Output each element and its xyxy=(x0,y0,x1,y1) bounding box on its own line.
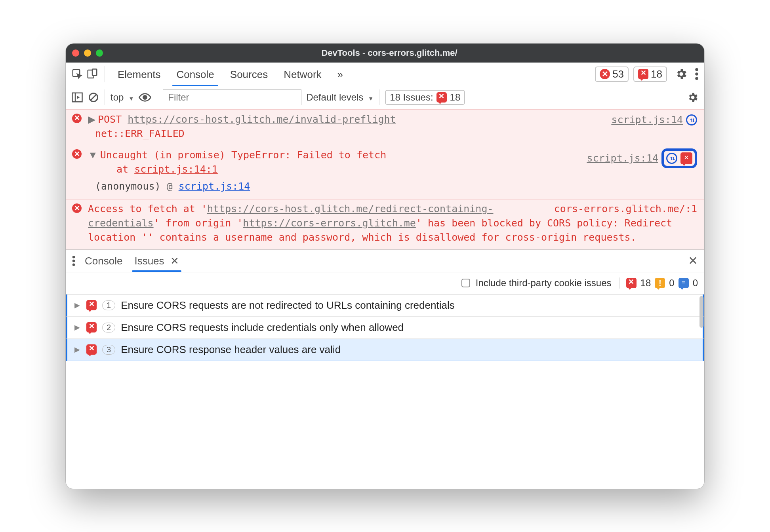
issue-icon xyxy=(436,92,447,103)
stack-link[interactable]: script.js:14:1 xyxy=(134,163,218,175)
source-link[interactable]: script.js:14 xyxy=(611,113,683,127)
issue-icon xyxy=(626,278,637,288)
cors-url-2[interactable]: https://cors-errors.glitch.me xyxy=(243,217,416,229)
issue-row[interactable]: ▶ 3 Ensure CORS response header values a… xyxy=(66,339,704,361)
disclosure-triangle-icon[interactable]: ▶ xyxy=(74,301,81,310)
drawer-tabs: Console Issues ✕ ✕ xyxy=(66,249,704,272)
drawer-tab-issues[interactable]: Issues ✕ xyxy=(132,250,181,271)
console-sidebar-toggle-icon[interactable] xyxy=(71,92,83,103)
filter-input[interactable] xyxy=(163,89,301,105)
request-url-link[interactable]: https://cors-host.glitch.me/invalid-pref… xyxy=(128,114,396,125)
device-toggle-icon[interactable] xyxy=(86,68,98,80)
issue-count-badge: 3 xyxy=(102,345,115,355)
disclosure-triangle-icon[interactable]: ▶ xyxy=(88,114,95,125)
devtools-window: DevTools - cors-errors.glitch.me/ Elemen… xyxy=(66,44,704,489)
issues-pill[interactable]: 18 xyxy=(633,66,667,82)
network-request-icon[interactable] xyxy=(666,153,677,164)
issue-icon xyxy=(638,69,648,79)
tab-elements[interactable]: Elements xyxy=(111,63,167,86)
svg-point-11 xyxy=(72,256,75,258)
cors-text-pre: Access to fetch at ' xyxy=(88,203,207,215)
disclosure-triangle-icon[interactable]: ▶ xyxy=(74,323,81,332)
message-source: script.js:14 xyxy=(611,113,697,127)
errors-count: 53 xyxy=(612,68,624,80)
issues-badge-count: 18 xyxy=(450,92,461,103)
issue-icon xyxy=(86,322,97,332)
error-icon: ✕ xyxy=(72,203,82,213)
source-link[interactable]: script.js:14 xyxy=(587,151,658,165)
svg-point-10 xyxy=(143,95,147,99)
info-icon: ≡ xyxy=(679,278,689,288)
svg-point-12 xyxy=(72,259,75,262)
svg-point-5 xyxy=(695,77,698,80)
issue-count-badge: 1 xyxy=(102,300,115,310)
chevron-down-icon xyxy=(366,92,374,103)
issue-icon xyxy=(86,344,97,355)
scrollbar[interactable] xyxy=(699,296,703,328)
console-settings-gear-icon[interactable] xyxy=(687,91,699,103)
issues-shortcut[interactable]: 18 Issues: 18 xyxy=(385,90,465,105)
tab-network[interactable]: Network xyxy=(277,63,328,86)
console-message-cors-error[interactable]: ✕ cors-errors.glitch.me/:1 Access to fet… xyxy=(66,200,704,249)
console-message-js-error[interactable]: ✕ ▼Uncaught (in promise) TypeError: Fail… xyxy=(66,145,704,200)
console-message-network-error[interactable]: ✕ ▶POST https://cors-host.glitch.me/inva… xyxy=(66,109,704,146)
drawer-more-icon[interactable] xyxy=(72,256,75,266)
context-label: top xyxy=(111,92,124,103)
close-tab-icon[interactable]: ✕ xyxy=(170,255,179,267)
cors-text-mid1: ' from origin ' xyxy=(154,217,243,229)
error-icon: ✕ xyxy=(72,149,82,159)
errors-pill[interactable]: ✕ 53 xyxy=(595,66,629,82)
issue-warnings-count: 0 xyxy=(669,277,674,289)
issue-row[interactable]: ▶ 1 Ensure CORS requests are not redirec… xyxy=(66,294,704,317)
console-messages: ✕ ▶POST https://cors-host.glitch.me/inva… xyxy=(66,109,704,249)
execution-context-selector[interactable]: top xyxy=(111,92,134,103)
drawer-tab-issues-label: Issues xyxy=(134,255,164,267)
source-link[interactable]: cors-errors.glitch.me/:1 xyxy=(554,202,697,216)
more-tabs-button[interactable]: » xyxy=(331,63,349,86)
issue-errors-count: 18 xyxy=(640,277,651,289)
svg-rect-2 xyxy=(92,69,97,76)
log-levels-selector[interactable]: Default levels xyxy=(306,92,374,103)
close-window-button[interactable] xyxy=(72,49,79,57)
issue-count-badge: 2 xyxy=(102,323,115,332)
issues-list: ▶ 1 Ensure CORS requests are not redirec… xyxy=(66,294,704,489)
issue-info-count: 0 xyxy=(693,277,698,289)
tab-sources[interactable]: Sources xyxy=(224,63,274,86)
issues-count: 18 xyxy=(651,68,662,80)
drawer-tab-console[interactable]: Console xyxy=(82,250,125,271)
issue-icon[interactable] xyxy=(680,152,692,164)
tab-console[interactable]: Console xyxy=(170,63,220,86)
issue-row[interactable]: ▶ 2 Ensure CORS requests include credent… xyxy=(66,317,704,339)
anon-link[interactable]: script.js:14 xyxy=(179,180,250,192)
http-method: POST xyxy=(98,114,122,125)
network-request-icon[interactable] xyxy=(686,114,697,125)
disclosure-triangle-icon[interactable]: ▶ xyxy=(74,345,81,354)
customize-menu-icon[interactable] xyxy=(695,68,699,80)
issue-title: Ensure CORS requests are not redirected … xyxy=(121,299,455,312)
network-status: net::ERR_FAILED xyxy=(95,127,697,141)
highlighted-callout xyxy=(661,148,697,168)
separator xyxy=(379,89,379,105)
disclosure-triangle-icon[interactable]: ▼ xyxy=(88,149,98,160)
close-drawer-icon[interactable]: ✕ xyxy=(688,254,698,268)
message-source: script.js:14 xyxy=(587,148,697,168)
warning-icon: ! xyxy=(655,278,665,288)
inspect-element-icon[interactable] xyxy=(71,68,83,80)
settings-gear-icon[interactable] xyxy=(675,68,688,80)
live-expression-icon[interactable] xyxy=(139,93,151,102)
window-title: DevTools - cors-errors.glitch.me/ xyxy=(81,48,698,58)
svg-point-4 xyxy=(695,72,698,76)
error-icon: ✕ xyxy=(600,69,610,79)
clear-console-icon[interactable] xyxy=(88,92,99,103)
separator xyxy=(105,89,105,105)
include-third-party-checkbox[interactable] xyxy=(461,279,470,287)
anon-separator: @ xyxy=(161,180,179,192)
include-third-party-label: Include third-party cookie issues xyxy=(476,277,612,289)
issue-icon xyxy=(86,300,97,310)
stack-at: at xyxy=(116,163,134,175)
separator xyxy=(157,89,157,105)
issues-header-label: 18 Issues: xyxy=(390,92,433,103)
svg-point-3 xyxy=(695,68,698,71)
chevron-down-icon xyxy=(127,92,134,103)
issue-title: Ensure CORS response header values are v… xyxy=(121,344,341,356)
